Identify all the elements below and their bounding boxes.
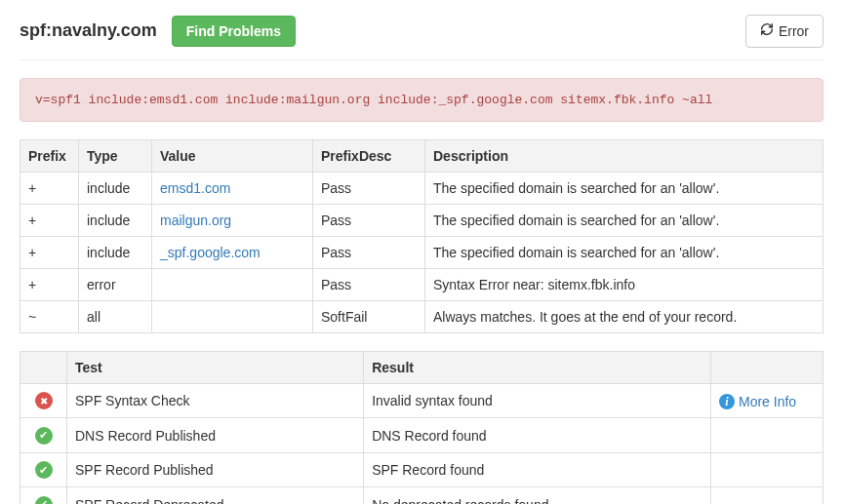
cell-prefixdesc: SoftFail xyxy=(313,300,425,332)
page-header: spf:navalny.com Find Problems Error xyxy=(20,15,823,60)
success-icon xyxy=(35,427,53,445)
table-row: ~allSoftFailAlways matches. It goes at t… xyxy=(20,300,823,332)
cell-description: The specified domain is searched for an … xyxy=(425,236,823,268)
cell-action xyxy=(711,452,823,487)
error-icon xyxy=(35,392,53,409)
value-link[interactable]: _spf.google.com xyxy=(160,245,261,260)
col-description: Description xyxy=(425,139,823,172)
table-row: +includemailgun.orgPassThe specified dom… xyxy=(20,204,823,236)
cell-prefix: + xyxy=(20,172,79,204)
cell-result: Invalid syntax found xyxy=(364,383,711,418)
test-results-table: Test Result SPF Syntax CheckInvalid synt… xyxy=(20,351,823,504)
info-icon: i xyxy=(719,394,735,409)
refresh-icon xyxy=(760,22,774,40)
find-problems-button[interactable]: Find Problems xyxy=(172,16,296,48)
table-row: +errorPassSyntax Error near: sitemx.fbk.… xyxy=(20,268,823,300)
cell-prefixdesc: Pass xyxy=(313,236,425,268)
cell-type: error xyxy=(79,268,152,300)
col-action xyxy=(711,351,823,383)
cell-result: No deprecated records found xyxy=(364,487,711,504)
cell-test: SPF Record Deprecated xyxy=(67,487,364,504)
cell-test: SPF Record Published xyxy=(67,452,364,487)
cell-value xyxy=(152,268,313,300)
error-button-label: Error xyxy=(779,23,809,40)
cell-result: DNS Record found xyxy=(364,418,711,453)
cell-value: emsd1.com xyxy=(152,172,313,204)
cell-status xyxy=(20,452,67,487)
success-icon xyxy=(35,496,53,504)
col-result: Result xyxy=(364,351,711,383)
cell-status xyxy=(20,383,67,418)
table-row: SPF Record DeprecatedNo deprecated recor… xyxy=(20,487,823,504)
cell-type: include xyxy=(79,204,152,236)
cell-description: The specified domain is searched for an … xyxy=(425,172,823,204)
error-button[interactable]: Error xyxy=(745,15,823,48)
col-value: Value xyxy=(152,139,313,172)
spf-record-display: v=spf1 include:emsd1.com include:mailgun… xyxy=(20,78,823,122)
col-prefix: Prefix xyxy=(20,139,79,172)
table-row: +include_spf.google.comPassThe specified… xyxy=(20,236,823,268)
cell-action xyxy=(711,418,823,453)
cell-prefix: + xyxy=(20,204,79,236)
col-type: Type xyxy=(79,139,152,172)
cell-result: SPF Record found xyxy=(364,452,711,487)
cell-description: Syntax Error near: sitemx.fbk.info xyxy=(425,268,823,300)
table-row: SPF Record PublishedSPF Record found xyxy=(20,452,823,487)
cell-description: The specified domain is searched for an … xyxy=(425,204,823,236)
col-test: Test xyxy=(67,351,364,383)
more-info-link[interactable]: iMore Info xyxy=(719,394,796,409)
cell-prefix: + xyxy=(20,236,79,268)
cell-value: _spf.google.com xyxy=(152,236,313,268)
cell-prefix: ~ xyxy=(20,300,79,332)
cell-type: include xyxy=(79,236,152,268)
value-link[interactable]: emsd1.com xyxy=(160,180,230,196)
value-link[interactable]: mailgun.org xyxy=(160,213,231,228)
cell-action: iMore Info xyxy=(711,383,823,418)
cell-prefixdesc: Pass xyxy=(313,204,425,236)
cell-test: DNS Record Published xyxy=(67,418,364,453)
cell-type: all xyxy=(79,300,152,332)
col-status xyxy=(20,351,67,383)
cell-value: mailgun.org xyxy=(152,204,313,236)
cell-status xyxy=(20,487,67,504)
cell-status xyxy=(20,418,67,453)
page-title: spf:navalny.com xyxy=(20,20,157,41)
col-prefixdesc: PrefixDesc xyxy=(313,139,425,172)
cell-prefixdesc: Pass xyxy=(313,268,425,300)
cell-prefixdesc: Pass xyxy=(313,172,425,204)
table-row: SPF Syntax CheckInvalid syntax foundiMor… xyxy=(20,383,823,418)
cell-prefix: + xyxy=(20,268,79,300)
success-icon xyxy=(35,461,53,479)
cell-action xyxy=(711,487,823,504)
cell-description: Always matches. It goes at the end of yo… xyxy=(425,300,823,332)
cell-type: include xyxy=(79,172,152,204)
spf-parse-table: Prefix Type Value PrefixDesc Description… xyxy=(20,139,823,333)
cell-value xyxy=(152,300,313,332)
table-row: DNS Record PublishedDNS Record found xyxy=(20,418,823,453)
more-info-label: More Info xyxy=(739,394,796,409)
cell-test: SPF Syntax Check xyxy=(67,383,364,418)
table-row: +includeemsd1.comPassThe specified domai… xyxy=(20,172,823,204)
